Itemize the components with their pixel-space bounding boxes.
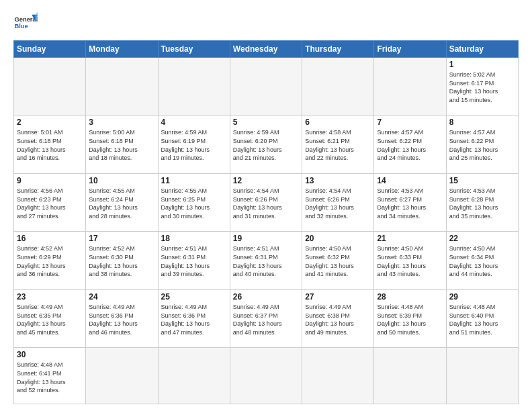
day-number: 1 <box>449 60 515 69</box>
calendar-cell <box>158 348 230 404</box>
calendar-cell <box>14 58 86 116</box>
header-wednesday: Wednesday <box>230 41 302 58</box>
calendar-cell: 16Sunrise: 4:52 AM Sunset: 6:29 PM Dayli… <box>14 232 86 289</box>
header-tuesday: Tuesday <box>158 41 230 58</box>
day-number: 29 <box>449 292 515 302</box>
day-number: 9 <box>17 176 83 185</box>
calendar-cell: 19Sunrise: 4:51 AM Sunset: 6:31 PM Dayli… <box>230 232 302 289</box>
calendar-cell: 10Sunrise: 4:55 AM Sunset: 6:24 PM Dayli… <box>86 173 158 231</box>
day-info: Sunrise: 4:53 AM Sunset: 6:28 PM Dayligh… <box>449 187 515 220</box>
day-number: 3 <box>89 118 154 127</box>
calendar-cell <box>86 58 158 116</box>
logo: General Blue <box>13 11 38 35</box>
day-info: Sunrise: 4:59 AM Sunset: 6:20 PM Dayligh… <box>233 128 299 162</box>
day-number: 25 <box>161 292 227 302</box>
day-number: 6 <box>305 118 371 127</box>
day-number: 21 <box>377 234 443 243</box>
calendar-row: 1Sunrise: 5:02 AM Sunset: 6:17 PM Daylig… <box>14 58 519 116</box>
day-info: Sunrise: 4:49 AM Sunset: 6:38 PM Dayligh… <box>305 303 371 336</box>
calendar-row: 2Sunrise: 5:01 AM Sunset: 6:18 PM Daylig… <box>14 116 519 173</box>
day-number: 26 <box>233 292 299 302</box>
calendar-cell <box>230 58 302 116</box>
day-info: Sunrise: 4:54 AM Sunset: 6:26 PM Dayligh… <box>233 187 299 220</box>
calendar-cell <box>158 58 230 116</box>
day-info: Sunrise: 4:49 AM Sunset: 6:37 PM Dayligh… <box>233 303 299 336</box>
header-monday: Monday <box>86 41 158 58</box>
day-info: Sunrise: 4:57 AM Sunset: 6:22 PM Dayligh… <box>449 128 515 162</box>
day-info: Sunrise: 4:51 AM Sunset: 6:31 PM Dayligh… <box>233 244 299 278</box>
day-number: 5 <box>233 118 299 127</box>
calendar-cell: 26Sunrise: 4:49 AM Sunset: 6:37 PM Dayli… <box>230 289 302 347</box>
calendar-row: 16Sunrise: 4:52 AM Sunset: 6:29 PM Dayli… <box>14 232 519 289</box>
calendar-cell: 4Sunrise: 4:59 AM Sunset: 6:19 PM Daylig… <box>158 116 230 173</box>
day-number: 17 <box>89 234 154 243</box>
calendar-table: Sunday Monday Tuesday Wednesday Thursday… <box>13 40 519 404</box>
day-number: 16 <box>17 234 83 243</box>
calendar-row: 23Sunrise: 4:49 AM Sunset: 6:35 PM Dayli… <box>14 289 519 347</box>
calendar-cell: 27Sunrise: 4:49 AM Sunset: 6:38 PM Dayli… <box>302 289 374 347</box>
day-number: 15 <box>449 176 515 185</box>
day-info: Sunrise: 4:48 AM Sunset: 6:41 PM Dayligh… <box>17 361 83 394</box>
day-number: 12 <box>233 176 299 185</box>
day-number: 11 <box>161 176 227 185</box>
calendar-cell: 23Sunrise: 4:49 AM Sunset: 6:35 PM Dayli… <box>14 289 86 347</box>
calendar-cell: 29Sunrise: 4:48 AM Sunset: 6:40 PM Dayli… <box>446 289 518 347</box>
calendar-cell: 21Sunrise: 4:50 AM Sunset: 6:33 PM Dayli… <box>374 232 446 289</box>
calendar-cell: 11Sunrise: 4:55 AM Sunset: 6:25 PM Dayli… <box>158 173 230 231</box>
day-number: 20 <box>305 234 371 243</box>
day-info: Sunrise: 4:54 AM Sunset: 6:26 PM Dayligh… <box>305 187 371 220</box>
header-saturday: Saturday <box>446 41 518 58</box>
calendar-cell: 8Sunrise: 4:57 AM Sunset: 6:22 PM Daylig… <box>446 116 518 173</box>
logo-icon: General Blue <box>13 11 38 35</box>
header-friday: Friday <box>374 41 446 58</box>
calendar-cell <box>230 348 302 404</box>
day-number: 14 <box>377 176 443 185</box>
day-info: Sunrise: 4:56 AM Sunset: 6:23 PM Dayligh… <box>17 187 83 220</box>
day-number: 24 <box>89 292 154 302</box>
day-number: 22 <box>449 234 515 243</box>
day-info: Sunrise: 5:00 AM Sunset: 6:18 PM Dayligh… <box>89 128 154 162</box>
day-number: 7 <box>377 118 443 127</box>
day-info: Sunrise: 4:59 AM Sunset: 6:19 PM Dayligh… <box>161 128 227 162</box>
day-info: Sunrise: 4:53 AM Sunset: 6:27 PM Dayligh… <box>377 187 443 220</box>
day-info: Sunrise: 4:55 AM Sunset: 6:24 PM Dayligh… <box>89 187 154 220</box>
day-number: 8 <box>449 118 515 127</box>
calendar-cell <box>302 348 374 404</box>
calendar-cell: 28Sunrise: 4:48 AM Sunset: 6:39 PM Dayli… <box>374 289 446 347</box>
day-info: Sunrise: 4:49 AM Sunset: 6:36 PM Dayligh… <box>161 303 227 336</box>
day-number: 10 <box>89 176 154 185</box>
calendar-cell <box>302 58 374 116</box>
calendar-cell: 17Sunrise: 4:52 AM Sunset: 6:30 PM Dayli… <box>86 232 158 289</box>
calendar-cell: 7Sunrise: 4:57 AM Sunset: 6:22 PM Daylig… <box>374 116 446 173</box>
header-thursday: Thursday <box>302 41 374 58</box>
page: General Blue Sunday Monday Tuesday Wedne… <box>0 0 532 411</box>
calendar-cell: 3Sunrise: 5:00 AM Sunset: 6:18 PM Daylig… <box>86 116 158 173</box>
day-number: 18 <box>161 234 227 243</box>
calendar-cell: 6Sunrise: 4:58 AM Sunset: 6:21 PM Daylig… <box>302 116 374 173</box>
calendar-cell: 15Sunrise: 4:53 AM Sunset: 6:28 PM Dayli… <box>446 173 518 231</box>
calendar-cell: 30Sunrise: 4:48 AM Sunset: 6:41 PM Dayli… <box>14 348 86 404</box>
calendar-cell: 2Sunrise: 5:01 AM Sunset: 6:18 PM Daylig… <box>14 116 86 173</box>
calendar-cell: 5Sunrise: 4:59 AM Sunset: 6:20 PM Daylig… <box>230 116 302 173</box>
day-number: 13 <box>305 176 371 185</box>
day-info: Sunrise: 4:48 AM Sunset: 6:40 PM Dayligh… <box>449 303 515 336</box>
calendar-row: 9Sunrise: 4:56 AM Sunset: 6:23 PM Daylig… <box>14 173 519 231</box>
calendar-cell <box>446 348 518 404</box>
day-number: 2 <box>17 118 83 127</box>
calendar-cell: 20Sunrise: 4:50 AM Sunset: 6:32 PM Dayli… <box>302 232 374 289</box>
calendar-cell <box>374 348 446 404</box>
calendar-cell <box>374 58 446 116</box>
calendar-row: 30Sunrise: 4:48 AM Sunset: 6:41 PM Dayli… <box>14 348 519 404</box>
header: General Blue <box>13 11 519 35</box>
calendar-cell: 18Sunrise: 4:51 AM Sunset: 6:31 PM Dayli… <box>158 232 230 289</box>
day-info: Sunrise: 4:52 AM Sunset: 6:30 PM Dayligh… <box>89 244 154 278</box>
day-info: Sunrise: 4:48 AM Sunset: 6:39 PM Dayligh… <box>377 303 443 336</box>
calendar-cell: 1Sunrise: 5:02 AM Sunset: 6:17 PM Daylig… <box>446 58 518 116</box>
day-info: Sunrise: 5:02 AM Sunset: 6:17 PM Dayligh… <box>449 71 515 104</box>
day-info: Sunrise: 4:55 AM Sunset: 6:25 PM Dayligh… <box>161 187 227 220</box>
day-number: 28 <box>377 292 443 302</box>
calendar-cell: 12Sunrise: 4:54 AM Sunset: 6:26 PM Dayli… <box>230 173 302 231</box>
day-number: 19 <box>233 234 299 243</box>
day-info: Sunrise: 4:50 AM Sunset: 6:32 PM Dayligh… <box>305 244 371 278</box>
day-info: Sunrise: 4:51 AM Sunset: 6:31 PM Dayligh… <box>161 244 227 278</box>
